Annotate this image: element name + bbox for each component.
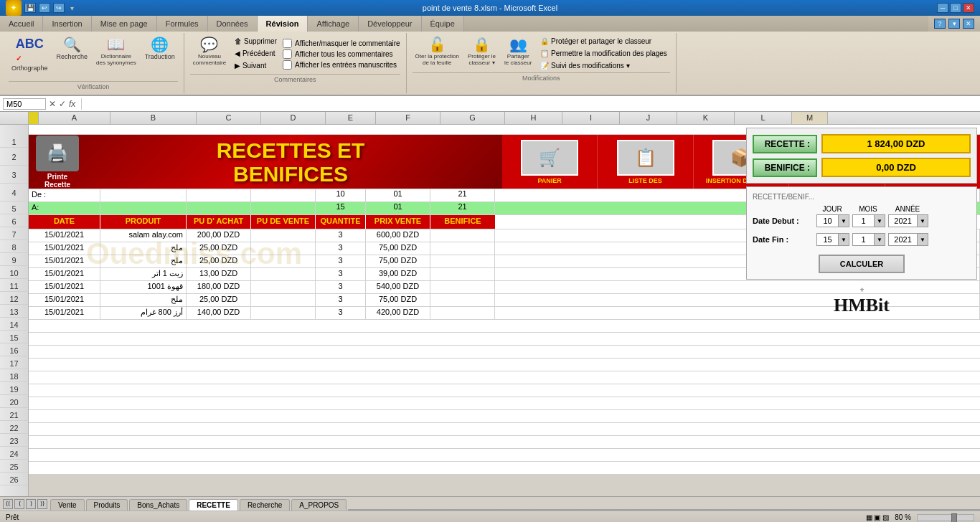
cell-11-1[interactable]: زيت 1 اتر (100, 268, 187, 280)
cell-14-2[interactable]: 140,00 DZD (187, 307, 251, 319)
btn-traduction[interactable]: 🌐 Traduction (142, 36, 178, 62)
row-num-7[interactable]: 7 (0, 227, 28, 240)
cell-10-3[interactable] (251, 255, 316, 267)
check-afficher-tous-input[interactable] (283, 49, 292, 59)
sheet-tab-a_propos[interactable]: A_PROPOS (291, 499, 347, 511)
cell-13-0[interactable]: 15/01/2021 (29, 294, 100, 306)
col-header-a[interactable]: A (39, 112, 110, 124)
row-num-8[interactable]: 8 (0, 240, 28, 253)
calculer-button[interactable]: CALCULER (819, 255, 905, 273)
cell-8-4[interactable]: 3 (316, 229, 366, 242)
btn-suivant[interactable]: ▶ Suivant (232, 60, 280, 71)
row-num-23[interactable]: 23 (0, 434, 28, 447)
cell-10-2[interactable]: 25,00 DZD (187, 255, 251, 267)
tab-formules[interactable]: Formules (157, 16, 208, 32)
row-num-3[interactable]: 3 (0, 166, 28, 184)
quick-undo[interactable]: ↩ (39, 3, 50, 13)
ribbon-close[interactable]: ✕ (963, 19, 974, 29)
tab-mise-en-page[interactable]: Mise en page (92, 16, 157, 32)
col-header-e[interactable]: E (326, 112, 376, 124)
row-num-9[interactable]: 9 (0, 253, 28, 266)
cell-13-5[interactable]: 75,00 DZD (366, 294, 430, 306)
row-num-20[interactable]: 20 (0, 395, 28, 408)
debut-mois-select[interactable]: 1 ▼ (852, 214, 885, 227)
row-num-26[interactable]: 26 (0, 473, 28, 485)
cell-9-6[interactable] (430, 242, 495, 255)
cell-9-5[interactable]: 75,00 DZD (366, 242, 430, 255)
fin-mois-arrow[interactable]: ▼ (874, 234, 885, 245)
row-num-21[interactable]: 21 (0, 408, 28, 421)
debut-annee-arrow[interactable]: ▼ (917, 215, 928, 227)
cell-11-4[interactable]: 3 (316, 268, 366, 280)
sheet-nav-next[interactable]: ⟩ (26, 499, 36, 509)
btn-proteger-partager[interactable]: 🔒 Protéger et partager le classeur (537, 36, 670, 47)
row-num-16[interactable]: 16 (0, 343, 28, 356)
row-num-11[interactable]: 11 (0, 279, 28, 292)
cell-11-0[interactable]: 15/01/2021 (29, 268, 100, 280)
zoom-slider[interactable] (917, 514, 974, 521)
sheet-tab-produits[interactable]: Produits (86, 499, 128, 511)
check-entrees-manuscrites-input[interactable] (283, 60, 292, 70)
col-header-f[interactable]: F (376, 112, 440, 124)
check-entrees-manuscrites[interactable]: Afficher les entrées manuscrites (283, 60, 400, 70)
btn-proteger-classeur[interactable]: 🔒 Protéger leclasseur ▾ (465, 36, 499, 71)
row-num-12[interactable]: 12 (0, 292, 28, 305)
tab-donnees[interactable]: Données (208, 16, 258, 32)
restore-button[interactable]: □ (950, 3, 961, 13)
btn-partager-classeur[interactable]: 👥 Partagerle classeur (501, 36, 534, 71)
cell-10-1[interactable]: ملح (100, 255, 187, 267)
tab-developpeur[interactable]: Développeur (359, 16, 421, 32)
row-num-19[interactable]: 19 (0, 382, 28, 395)
cell-11-5[interactable]: 39,00 DZD (366, 268, 430, 280)
cell-13-2[interactable]: 25,00 DZD (187, 294, 251, 306)
fin-mois-select[interactable]: 1 ▼ (852, 233, 885, 246)
row-num-6[interactable]: 6 (0, 214, 28, 227)
tab-accueil[interactable]: Accueil (0, 16, 43, 32)
office-button[interactable]: ✦ (6, 0, 22, 16)
cell-14-6[interactable] (430, 307, 495, 319)
quick-save[interactable]: 💾 (24, 3, 36, 13)
formula-input[interactable] (88, 99, 977, 109)
cell-12-0[interactable]: 15/01/2021 (29, 281, 100, 293)
cell-8-1[interactable]: salam alay.com (100, 229, 187, 242)
check-afficher-masquer-input[interactable] (283, 39, 292, 48)
btn-oter-protection[interactable]: 🔓 Öter la protectionde la feuille (413, 36, 462, 71)
cell-8-3[interactable] (251, 229, 316, 242)
col-header-g[interactable]: G (440, 112, 505, 124)
cell-12-6[interactable] (430, 281, 495, 293)
debut-jour-select[interactable]: 10 ▼ (816, 214, 849, 227)
cell-9-2[interactable]: 25,00 DZD (187, 242, 251, 255)
cell-13-4[interactable]: 3 (316, 294, 366, 306)
col-header-l[interactable]: L (735, 112, 792, 124)
cell-11-3[interactable] (251, 268, 316, 280)
btn-supprimer[interactable]: 🗑 Supprimer (232, 36, 280, 47)
cell-8-6[interactable] (430, 229, 495, 242)
cell-14-5[interactable]: 420,00 DZD (366, 307, 430, 319)
row-num-10[interactable]: 10 (0, 266, 28, 279)
zoom-thumb[interactable] (951, 513, 957, 523)
sheet-nav-first[interactable]: ⟨⟨ (3, 499, 13, 509)
nav-liste[interactable]: 📋 LISTE DES (598, 135, 693, 189)
row-num-17[interactable]: 17 (0, 356, 28, 369)
cell-12-1[interactable]: قهوة 1001 (100, 281, 187, 293)
col-header-b[interactable]: B (110, 112, 197, 124)
row-num-24[interactable]: 24 (0, 447, 28, 460)
col-header-d[interactable]: D (261, 112, 326, 124)
row-num-4[interactable]: 4 (0, 184, 28, 201)
cell-12-3[interactable] (251, 281, 316, 293)
sheet-nav-last[interactable]: ⟩⟩ (37, 499, 47, 509)
row-num-25[interactable]: 25 (0, 460, 28, 473)
check-afficher-tous[interactable]: Afficher tous les commentaires (283, 49, 400, 59)
cell-14-4[interactable]: 3 (316, 307, 366, 319)
formula-confirm-icon[interactable]: ✓ (59, 99, 66, 109)
cell-reference[interactable] (3, 98, 46, 110)
fin-jour-arrow[interactable]: ▼ (838, 234, 849, 245)
btn-synonymes[interactable]: 📖 Dictionnairedes synonymes (93, 36, 139, 67)
tab-affichage[interactable]: Affichage (308, 16, 359, 32)
col-header-select[interactable] (29, 112, 39, 124)
cell-12-5[interactable]: 540,00 DZD (366, 281, 430, 293)
debut-annee-select[interactable]: 2021 ▼ (888, 214, 928, 227)
cell-9-4[interactable]: 3 (316, 242, 366, 255)
cell-12-4[interactable]: 3 (316, 281, 366, 293)
col-header-c[interactable]: C (197, 112, 261, 124)
